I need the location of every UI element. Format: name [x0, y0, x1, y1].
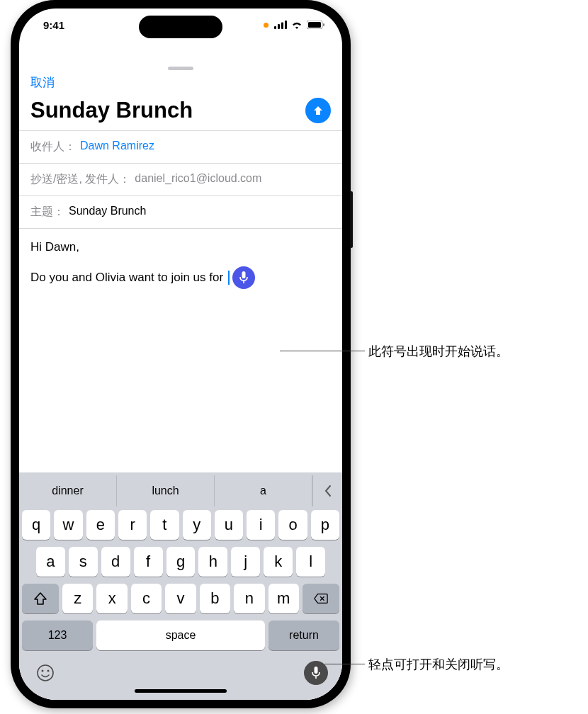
- key-q[interactable]: q: [22, 510, 50, 540]
- key-v[interactable]: v: [165, 584, 196, 613]
- key-h[interactable]: h: [198, 547, 227, 577]
- key-l[interactable]: l: [296, 547, 325, 577]
- arrow-up-icon: [312, 104, 324, 117]
- numbers-key[interactable]: 123: [22, 620, 93, 650]
- key-n[interactable]: n: [234, 584, 264, 613]
- key-w[interactable]: w: [54, 510, 82, 540]
- battery-icon: [307, 21, 325, 29]
- annotation-dictation-toggle: 轻点可打开和关闭听写。: [368, 656, 509, 673]
- callout-line-1: [280, 351, 365, 351]
- compose-title: Sunday Brunch: [30, 98, 193, 123]
- svg-rect-2: [281, 23, 283, 30]
- status-bar: 9:41: [19, 8, 342, 41]
- chevron-left-icon: [323, 484, 333, 497]
- key-m[interactable]: m: [268, 584, 299, 613]
- svg-rect-0: [274, 26, 276, 29]
- suggestion-collapse[interactable]: [312, 475, 342, 506]
- microphone-icon: [239, 271, 249, 284]
- key-row-1: q w e r t y u i o p: [19, 506, 342, 543]
- key-b[interactable]: b: [200, 584, 230, 613]
- body-line: Do you and Olivia want to join us for: [30, 271, 227, 284]
- key-f[interactable]: f: [134, 547, 163, 577]
- svg-rect-7: [242, 271, 245, 278]
- suggestion-1[interactable]: lunch: [117, 475, 215, 506]
- svg-rect-5: [308, 22, 321, 28]
- annotation-dictation-indicator: 此符号出现时开始说话。: [368, 343, 509, 360]
- svg-point-9: [38, 665, 53, 681]
- text-cursor: [228, 271, 230, 285]
- svg-rect-12: [315, 667, 318, 674]
- svg-rect-6: [323, 23, 324, 26]
- recording-indicator-dot: [264, 23, 268, 28]
- subject-field[interactable]: 主题： Sunday Brunch: [19, 196, 342, 228]
- status-time: 9:41: [43, 19, 64, 31]
- key-a[interactable]: a: [36, 547, 65, 577]
- side-button: [350, 191, 353, 248]
- space-key[interactable]: space: [96, 620, 265, 650]
- key-z[interactable]: z: [62, 584, 93, 613]
- svg-point-11: [47, 670, 50, 672]
- compose-sheet: 取消 Sunday Brunch 收件人： Dawn Ramirez 抄送/密送…: [19, 62, 342, 700]
- shift-key[interactable]: [22, 584, 59, 613]
- emoji-button[interactable]: [33, 661, 57, 685]
- key-j[interactable]: j: [231, 547, 260, 577]
- dictation-indicator[interactable]: [232, 266, 255, 289]
- emoji-icon: [36, 664, 55, 682]
- key-e[interactable]: e: [86, 510, 115, 540]
- dynamic-island: [139, 16, 222, 38]
- key-row-bottom: 123 space return: [19, 617, 342, 654]
- status-icons: [264, 21, 325, 29]
- microphone-icon: [311, 666, 321, 680]
- subject-value: Sunday Brunch: [69, 205, 146, 220]
- key-s[interactable]: s: [69, 547, 98, 577]
- key-d[interactable]: d: [101, 547, 130, 577]
- to-value[interactable]: Dawn Ramirez: [80, 140, 154, 154]
- wifi-icon: [290, 21, 303, 29]
- svg-rect-1: [278, 24, 280, 29]
- key-u[interactable]: u: [215, 510, 243, 540]
- backspace-key[interactable]: [303, 584, 339, 613]
- from-value: daniel_rico1@icloud.com: [135, 172, 261, 187]
- home-indicator[interactable]: [135, 689, 227, 693]
- key-row-2: a s d f g h j k l: [19, 543, 342, 580]
- callout-line-2: [324, 664, 365, 664]
- cellular-icon: [274, 21, 287, 29]
- key-row-3: z x c v b n m: [19, 580, 342, 617]
- body-greeting: Hi Dawn,: [30, 239, 331, 256]
- key-o[interactable]: o: [278, 510, 307, 540]
- keyboard: dinner lunch a q w e r t y u i o: [19, 472, 342, 700]
- key-y[interactable]: y: [183, 510, 211, 540]
- send-button[interactable]: [305, 98, 331, 123]
- svg-point-10: [42, 670, 44, 672]
- key-x[interactable]: x: [96, 584, 127, 613]
- screen: 9:41 取消 Sunday Brunch 收件人： Dawn Ramirez: [19, 8, 342, 700]
- return-key[interactable]: return: [268, 620, 339, 650]
- cc-bcc-from-field[interactable]: 抄送/密送, 发件人： daniel_rico1@icloud.com: [19, 163, 342, 196]
- to-field[interactable]: 收件人： Dawn Ramirez: [19, 130, 342, 163]
- shift-icon: [33, 591, 47, 606]
- key-r[interactable]: r: [118, 510, 147, 540]
- key-k[interactable]: k: [264, 547, 293, 577]
- subject-label: 主题：: [30, 205, 64, 220]
- sheet-grabber[interactable]: [168, 67, 193, 70]
- key-c[interactable]: c: [131, 584, 162, 613]
- backspace-icon: [314, 591, 328, 606]
- cancel-button[interactable]: 取消: [19, 73, 342, 98]
- key-g[interactable]: g: [166, 547, 196, 577]
- svg-rect-3: [285, 21, 287, 29]
- suggestion-2[interactable]: a: [215, 475, 312, 506]
- dictation-button[interactable]: [304, 661, 328, 685]
- key-i[interactable]: i: [247, 510, 275, 540]
- phone-frame: 9:41 取消 Sunday Brunch 收件人： Dawn Ramirez: [11, 0, 351, 708]
- suggestion-0[interactable]: dinner: [19, 475, 117, 506]
- cc-label: 抄送/密送, 发件人：: [30, 172, 130, 187]
- suggestion-bar: dinner lunch a: [19, 475, 342, 506]
- key-p[interactable]: p: [311, 510, 339, 540]
- keyboard-footer: [19, 654, 342, 685]
- to-label: 收件人：: [30, 140, 76, 154]
- key-t[interactable]: t: [150, 510, 179, 540]
